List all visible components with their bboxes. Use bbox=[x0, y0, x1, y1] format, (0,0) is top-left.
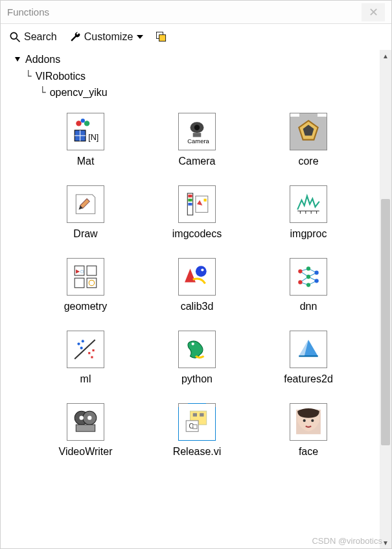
svg-rect-59 bbox=[88, 352, 90, 354]
tree-root-label: Addons bbox=[25, 51, 60, 68]
wrench-icon bbox=[69, 30, 82, 43]
palette-item-python[interactable]: python bbox=[148, 331, 246, 385]
svg-rect-33 bbox=[87, 266, 97, 275]
core-icon bbox=[290, 113, 327, 150]
tree-child1-label: VIRobotics bbox=[36, 68, 86, 85]
palette-label: geometry bbox=[64, 301, 108, 312]
search-button[interactable]: Search bbox=[8, 30, 57, 43]
palette-view-icon bbox=[155, 30, 168, 43]
svg-rect-19 bbox=[188, 194, 192, 197]
svg-point-49 bbox=[298, 280, 302, 284]
palette-label: imgproc bbox=[290, 228, 327, 240]
palette-item-ml[interactable]: ml bbox=[37, 331, 134, 385]
content-area: Addons └ VIRobotics └ opencv_yiku [N] Ma… bbox=[1, 50, 391, 548]
palette-label: python bbox=[181, 373, 213, 385]
close-icon: ✕ bbox=[369, 5, 378, 19]
close-button[interactable]: ✕ bbox=[362, 3, 385, 21]
svg-point-48 bbox=[298, 269, 302, 273]
tree-connector-icon: └ bbox=[25, 68, 32, 85]
palette-item-core[interactable]: core bbox=[260, 113, 357, 167]
palette-label: features2d bbox=[284, 373, 333, 385]
svg-text:⬡: ⬡ bbox=[80, 268, 84, 273]
svg-text:Camera: Camera bbox=[187, 137, 209, 145]
palette-label: calib3d bbox=[181, 301, 214, 312]
breadcrumb-tree: Addons └ VIRobotics └ opencv_yiku bbox=[1, 51, 380, 101]
svg-rect-34 bbox=[75, 278, 84, 288]
palette-item-mat[interactable]: [N] Mat bbox=[37, 113, 134, 167]
palette-item-dnn[interactable]: dnn bbox=[260, 258, 357, 312]
svg-rect-14 bbox=[193, 133, 202, 137]
svg-point-50 bbox=[306, 266, 310, 270]
chevron-down-icon bbox=[137, 35, 143, 39]
svg-rect-61 bbox=[91, 356, 93, 358]
palette-item-calib3d[interactable]: calib3d bbox=[148, 258, 246, 312]
palette-label: VideoWriter bbox=[59, 446, 113, 458]
watermark: CSDN @virobotics bbox=[312, 536, 382, 546]
customize-label: Customize bbox=[84, 31, 133, 43]
svg-point-13 bbox=[194, 124, 200, 130]
svg-point-38 bbox=[201, 268, 203, 271]
svg-point-52 bbox=[306, 283, 310, 286]
dnn-icon bbox=[290, 258, 327, 296]
calib3d-icon bbox=[178, 258, 216, 296]
palette-item-geometry[interactable]: ▶⬡ geometry bbox=[37, 258, 134, 312]
ml-icon bbox=[67, 331, 104, 368]
search-icon bbox=[8, 30, 21, 43]
search-label: Search bbox=[24, 31, 57, 43]
palette-label: Mat bbox=[77, 156, 95, 167]
face-icon bbox=[290, 403, 327, 441]
svg-rect-21 bbox=[188, 203, 192, 205]
palette-label: face bbox=[299, 446, 318, 458]
draw-icon bbox=[67, 185, 104, 223]
svg-rect-3 bbox=[159, 35, 166, 41]
svg-point-57 bbox=[82, 340, 84, 342]
palette-label: imgcodecs bbox=[172, 228, 222, 240]
svg-rect-73 bbox=[200, 413, 203, 416]
palette-item-face[interactable]: face bbox=[260, 403, 357, 458]
svg-point-7 bbox=[81, 119, 85, 123]
palette-item-features2d[interactable]: features2d bbox=[260, 331, 357, 385]
svg-line-1 bbox=[17, 39, 20, 42]
svg-line-55 bbox=[75, 340, 95, 358]
palette-item-videowriter[interactable]: VideoWriter bbox=[37, 403, 134, 458]
svg-rect-70 bbox=[76, 425, 95, 432]
svg-point-69 bbox=[87, 415, 91, 419]
palette-item-draw[interactable]: Draw bbox=[37, 185, 134, 240]
scroll-thumb[interactable] bbox=[381, 199, 390, 445]
svg-point-51 bbox=[306, 275, 310, 279]
tree-child-virobotics[interactable]: └ VIRobotics bbox=[14, 68, 380, 85]
palette-label: Draw bbox=[73, 228, 97, 240]
geometry-icon: ▶⬡ bbox=[67, 258, 104, 296]
palette-view-button[interactable] bbox=[155, 30, 168, 43]
tree-child2-label: opencv_yiku bbox=[50, 84, 108, 101]
window-title: Functions bbox=[7, 6, 362, 18]
camera-icon: Camera bbox=[178, 113, 216, 150]
svg-point-6 bbox=[84, 121, 89, 126]
scrollbar[interactable]: ▲ ▼ bbox=[380, 50, 391, 548]
palette-item-imgproc[interactable]: imgproc bbox=[260, 185, 357, 240]
release-icon: C bbox=[178, 403, 216, 441]
palette-item-release-vi[interactable]: C Release.vi bbox=[148, 403, 246, 458]
palette-grid: [N] Mat Camera Camera bbox=[1, 101, 380, 464]
svg-point-62 bbox=[192, 342, 194, 345]
scroll-up-icon[interactable]: ▲ bbox=[380, 50, 391, 62]
palette-item-imgcodecs[interactable]: imgcodecs bbox=[148, 185, 246, 240]
svg-point-54 bbox=[314, 279, 318, 283]
tree-expand-icon bbox=[14, 56, 21, 64]
customize-button[interactable]: Customize bbox=[69, 30, 144, 43]
palette-label: Camera bbox=[179, 156, 216, 167]
svg-point-0 bbox=[10, 32, 17, 39]
palette-item-camera[interactable]: Camera Camera bbox=[148, 113, 246, 167]
svg-point-78 bbox=[303, 419, 306, 422]
tree-child-opencv-yiku[interactable]: └ opencv_yiku bbox=[14, 84, 380, 101]
svg-marker-4 bbox=[15, 57, 20, 62]
tree-root[interactable]: Addons bbox=[14, 51, 380, 68]
svg-point-58 bbox=[80, 347, 83, 349]
svg-point-68 bbox=[80, 415, 84, 419]
palette-label: Release.vi bbox=[173, 446, 222, 458]
svg-point-5 bbox=[76, 121, 81, 126]
svg-point-53 bbox=[314, 270, 318, 274]
svg-point-56 bbox=[77, 342, 80, 345]
svg-rect-20 bbox=[188, 198, 192, 201]
features2d-icon bbox=[290, 331, 327, 368]
